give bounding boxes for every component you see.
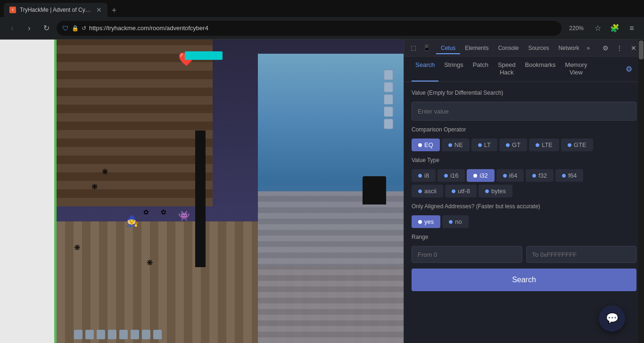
cetus-tab-patch[interactable]: Patch: [469, 57, 492, 82]
gte-dot: [568, 143, 571, 147]
type-bytes[interactable]: bytes: [479, 185, 512, 197]
cetus-content: Value (Empty for Differential Search) Co…: [404, 82, 644, 343]
range-from-input[interactable]: [412, 246, 522, 263]
i64-dot: [503, 174, 507, 178]
gt-dot: [506, 143, 510, 147]
type-i64[interactable]: i64: [496, 169, 524, 182]
aligned-yes[interactable]: yes: [412, 215, 440, 228]
devtools-tab-network[interactable]: Network: [553, 42, 584, 54]
cetus-tab-search[interactable]: Search: [412, 57, 438, 82]
chat-icon: 💬: [606, 312, 619, 325]
aligned-section: Only Aligned Addresses? (Faster but less…: [412, 203, 636, 228]
back-button[interactable]: ‹: [6, 22, 19, 35]
type-utf8[interactable]: utf-8: [445, 185, 477, 197]
aligned-no[interactable]: no: [442, 215, 468, 228]
scrollbar-thumb[interactable]: [639, 41, 644, 59]
type-ascii[interactable]: ascii: [412, 185, 443, 197]
bookmark-icon[interactable]: ☆: [591, 22, 604, 35]
zoom-level: 220%: [565, 25, 587, 32]
cetus-tab-strings[interactable]: Strings: [440, 57, 467, 82]
devtools-tab-elements[interactable]: Elements: [460, 42, 493, 54]
range-label: Range: [412, 234, 636, 240]
i16-dot: [444, 174, 448, 178]
value-type-label: Value Type: [412, 157, 636, 163]
aligned-label: Only Aligned Addresses? (Faster but less…: [412, 203, 636, 210]
comparison-label: Comparison Operator: [412, 126, 636, 133]
no-dot: [449, 220, 453, 224]
value-type-group-row1: i8 i16 i32 i64: [412, 169, 636, 182]
comparison-eq[interactable]: EQ: [412, 139, 440, 151]
ne-dot: [448, 143, 452, 147]
bytes-dot: [485, 189, 489, 193]
url-bar[interactable]: 🛡 🔒 ↺ https://tryhackme.com/room/advento…: [57, 21, 561, 36]
chat-widget[interactable]: 💬: [599, 305, 625, 332]
menu-icon[interactable]: ≡: [625, 22, 638, 35]
yes-dot: [418, 220, 422, 224]
cetus-tab-bookmarks[interactable]: Bookmarks: [521, 57, 560, 82]
comparison-lte[interactable]: LTE: [529, 139, 559, 151]
f32-dot: [532, 174, 536, 178]
type-f64[interactable]: f64: [555, 169, 583, 182]
tab-favicon: T: [9, 7, 16, 13]
shield-icon: 🛡: [62, 24, 69, 32]
refresh-button[interactable]: ↻: [40, 22, 53, 35]
f64-dot: [562, 174, 566, 178]
game-area: ❤️ 🧙 👾 ✿ ✿ ❋ ❋ ❋ ❋: [57, 40, 404, 343]
devtools-tab-console[interactable]: Console: [493, 42, 523, 54]
comparison-gte[interactable]: GTE: [561, 139, 593, 151]
comparison-gt[interactable]: GT: [499, 139, 527, 151]
range-section: Range: [412, 234, 636, 263]
lock-icon: 🔒: [72, 25, 79, 32]
comparison-lt[interactable]: LT: [471, 139, 497, 151]
cetus-tabs: Search Strings Patch SpeedHack Bookmarks…: [404, 57, 644, 82]
lte-dot: [536, 143, 539, 147]
value-type-group-row2: ascii utf-8 bytes: [412, 185, 636, 197]
comparison-ne[interactable]: NE: [442, 139, 470, 151]
address-bar: ‹ › ↻ 🛡 🔒 ↺ https://tryhackme.com/room/a…: [0, 17, 644, 40]
utf8-dot: [452, 189, 455, 193]
devtools-tab-sources[interactable]: Sources: [523, 42, 553, 54]
left-sidebar: [0, 40, 57, 343]
cetus-settings-icon[interactable]: ⚙: [621, 62, 636, 77]
i8-dot: [418, 174, 422, 178]
i32-dot: [473, 174, 477, 178]
devtools-tabs: Cetus Elements Console Sources Network »: [436, 42, 597, 54]
tab-bar: T TryHackMe | Advent of Cyber 2... ✕ +: [0, 0, 644, 17]
cetus-tab-speed-hack[interactable]: SpeedHack: [494, 57, 520, 82]
inspect-icon[interactable]: ⬚: [408, 42, 419, 54]
active-tab[interactable]: T TryHackMe | Advent of Cyber 2... ✕: [4, 3, 107, 17]
type-i16[interactable]: i16: [438, 169, 465, 182]
forward-button[interactable]: ›: [23, 22, 36, 35]
comparison-section: Comparison Operator EQ NE LT: [412, 126, 636, 151]
type-i32[interactable]: i32: [467, 169, 494, 182]
cetus-tab-memory-view[interactable]: MemoryView: [561, 57, 591, 82]
scrollbar-track[interactable]: [638, 40, 644, 343]
aligned-group: yes no: [412, 215, 636, 228]
devtools-settings-icon[interactable]: ⚙: [599, 41, 612, 55]
eq-dot: [418, 143, 422, 147]
devtools-options-icon[interactable]: ⋮: [613, 41, 626, 55]
type-i8[interactable]: i8: [412, 169, 436, 182]
search-button[interactable]: Search: [412, 269, 636, 291]
value-section: Value (Empty for Differential Search): [412, 90, 636, 121]
value-label: Value (Empty for Differential Search): [412, 90, 636, 96]
tab-close-icon[interactable]: ✕: [96, 6, 102, 14]
devtools-more-btn[interactable]: »: [584, 42, 593, 54]
comparison-group: EQ NE LT GT: [412, 139, 636, 151]
value-type-section: Value Type i8 i16 i32: [412, 157, 636, 197]
mobile-icon[interactable]: 📱: [421, 42, 432, 54]
range-inputs: [412, 246, 636, 263]
cetus-panel: ⬚ 📱 Cetus Elements Console Sources Netwo…: [404, 40, 644, 343]
type-f32[interactable]: f32: [526, 169, 553, 182]
extensions-icon[interactable]: 🧩: [608, 22, 621, 35]
main-content: ❤️ 🧙 👾 ✿ ✿ ❋ ❋ ❋ ❋: [0, 40, 644, 343]
tab-title: TryHackMe | Advent of Cyber 2...: [20, 7, 92, 13]
ascii-dot: [418, 189, 422, 193]
devtools-tab-cetus[interactable]: Cetus: [436, 42, 460, 54]
browser-chrome: T TryHackMe | Advent of Cyber 2... ✕ + ‹…: [0, 0, 644, 40]
devtools-header: ⬚ 📱 Cetus Elements Console Sources Netwo…: [404, 40, 644, 57]
value-input[interactable]: [412, 102, 636, 121]
new-tab-button[interactable]: +: [107, 4, 121, 17]
reload-icon: ↺: [82, 25, 86, 32]
range-to-input[interactable]: [526, 246, 637, 263]
